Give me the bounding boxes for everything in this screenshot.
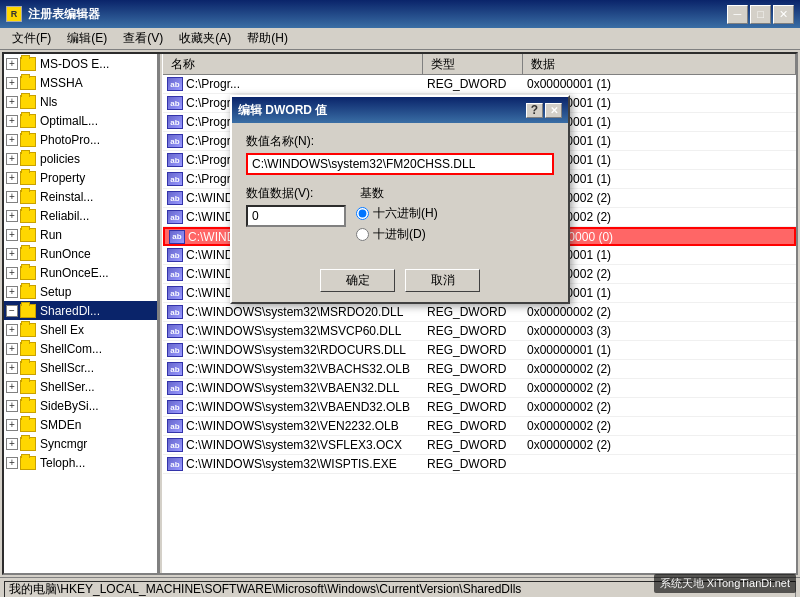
dialog-title-bar: 编辑 DWORD 值 ? ✕ bbox=[232, 97, 568, 123]
edit-dword-dialog: 编辑 DWORD 值 ? ✕ 数值名称(N): 数值数据(V): 基数 bbox=[230, 95, 570, 304]
dialog-close-button[interactable]: ✕ bbox=[545, 103, 562, 118]
dec-radio-text: 十进制(D) bbox=[373, 226, 426, 243]
hex-radio-label[interactable]: 十六进制(H) bbox=[356, 205, 438, 222]
data-value-input[interactable] bbox=[246, 205, 346, 227]
dialog-help-button[interactable]: ? bbox=[526, 103, 543, 118]
hex-radio[interactable] bbox=[356, 207, 369, 220]
base-radios: 十六进制(H) 十进制(D) bbox=[356, 205, 438, 243]
dialog-content: 数值名称(N): 数值数据(V): 基数 十六进制(H) 十进制(D bbox=[232, 123, 568, 263]
modal-overlay: 编辑 DWORD 值 ? ✕ 数值名称(N): 数值数据(V): 基数 bbox=[0, 0, 800, 597]
dec-radio[interactable] bbox=[356, 228, 369, 241]
name-input[interactable] bbox=[246, 153, 554, 175]
cancel-button[interactable]: 取消 bbox=[405, 269, 480, 292]
dialog-title-text: 编辑 DWORD 值 bbox=[238, 102, 327, 119]
dialog-title-buttons: ? ✕ bbox=[526, 103, 562, 118]
dialog-footer: 确定 取消 bbox=[232, 263, 568, 302]
hex-radio-text: 十六进制(H) bbox=[373, 205, 438, 222]
ok-button[interactable]: 确定 bbox=[320, 269, 395, 292]
dialog-data-row: 十六进制(H) 十进制(D) bbox=[246, 205, 554, 243]
dec-radio-label[interactable]: 十进制(D) bbox=[356, 226, 438, 243]
base-label: 基数 bbox=[360, 186, 384, 200]
data-section-label: 数值数据(V): 基数 bbox=[246, 185, 554, 202]
data-label: 数值数据(V): bbox=[246, 186, 313, 200]
name-label: 数值名称(N): bbox=[246, 133, 554, 150]
